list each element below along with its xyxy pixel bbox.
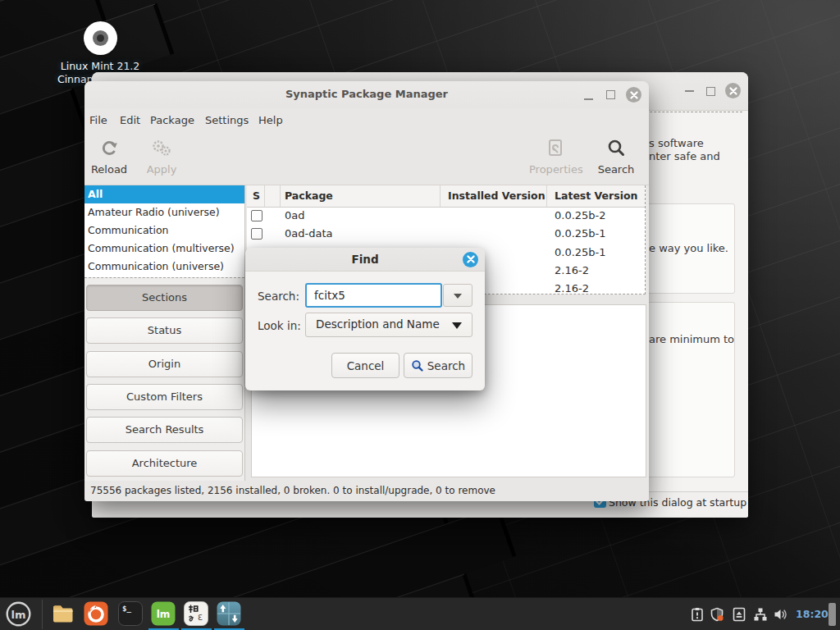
package-cell: 0ad: [285, 209, 305, 221]
sidebar-button-architecture[interactable]: Architecture: [86, 450, 243, 477]
folder-icon: [51, 601, 75, 626]
launcher-files[interactable]: [51, 601, 75, 626]
disc-hole: [97, 34, 104, 42]
synaptic-titlebar[interactable]: Synaptic Package Manager: [84, 81, 649, 108]
launcher-mint-store[interactable]: lm: [151, 601, 176, 626]
menu-help[interactable]: Help: [257, 112, 285, 129]
dialog-search-button[interactable]: Search: [404, 353, 472, 378]
search-icon: [590, 137, 642, 160]
properties-icon: [529, 137, 582, 160]
search-entry[interactable]: [305, 283, 442, 308]
synaptic-window-title: Synaptic Package Manager: [84, 88, 649, 100]
terminal-icon: $_: [118, 601, 143, 626]
toolbar-button-label: Apply: [135, 163, 188, 176]
synaptic-menubar: File Edit Package Settings Help: [84, 108, 649, 131]
search-input[interactable]: [307, 285, 441, 306]
welcome-text-fragment-3: e way you like.: [649, 242, 728, 255]
show-desktop-strip[interactable]: [829, 603, 836, 626]
menu-file[interactable]: File: [88, 112, 109, 129]
table-row[interactable]: 0ad-data 0.0.25b-1: [247, 225, 645, 243]
welcome-text-fragment-4: are minimum to: [649, 333, 734, 346]
look-in-combobox[interactable]: Description and Name: [305, 313, 472, 337]
tray-clipboard-icon[interactable]: [690, 607, 705, 622]
look-in-value: Description and Name: [316, 317, 440, 331]
latest-version-cell: 2.16-2: [555, 264, 589, 276]
welcome-minimize-button[interactable]: [685, 90, 694, 92]
synaptic-icon: [217, 601, 241, 626]
toolbar-properties-button[interactable]: Properties: [529, 137, 582, 176]
toolbar-button-label: Properties: [529, 163, 582, 176]
category-communication-multiverse[interactable]: Communication (multiverse): [84, 240, 244, 258]
mint-menu-button[interactable]: lm: [6, 601, 31, 627]
launcher-terminal[interactable]: $_: [118, 601, 143, 626]
column-header-package[interactable]: Package: [285, 185, 333, 207]
category-list-divider: [84, 277, 244, 278]
sidebar-button-status[interactable]: Status: [86, 317, 243, 344]
synaptic-close-button[interactable]: [626, 87, 641, 103]
toolbar-button-label: Search: [590, 163, 642, 176]
sidebar-button-origin[interactable]: Origin: [86, 351, 243, 377]
launcher-input-method[interactable]: Ɛ: [184, 601, 208, 626]
svg-text:$_: $_: [122, 605, 131, 613]
combo-arrow-icon: [452, 322, 462, 329]
search-history-dropdown[interactable]: [443, 284, 472, 307]
sidebar-button-sections[interactable]: Sections: [86, 285, 243, 311]
svg-text:Ɛ: Ɛ: [198, 613, 203, 622]
category-amateur-radio[interactable]: Amateur Radio (universe): [84, 203, 244, 221]
sidebar-button-custom-filters[interactable]: Custom Filters: [86, 384, 243, 410]
tray-shield-icon[interactable]: [710, 607, 724, 622]
statusbar: 75556 packages listed, 2156 installed, 0…: [84, 481, 649, 501]
welcome-text-fragment-2: nter safe and: [649, 150, 720, 163]
look-in-label: Look in:: [258, 319, 301, 332]
find-titlebar[interactable]: Find: [245, 248, 485, 272]
tray-network-icon[interactable]: [753, 607, 768, 622]
desktop: Linux Mint 21.2 Cinnamon 64-bit s softwa…: [0, 0, 840, 630]
welcome-maximize-button[interactable]: [706, 87, 715, 96]
category-all[interactable]: All: [84, 185, 244, 203]
column-divider: [264, 185, 265, 207]
search-icon: [411, 359, 424, 372]
category-communication[interactable]: Communication: [84, 221, 244, 240]
disc-icon: [84, 21, 117, 55]
column-header-latest-version[interactable]: Latest Version: [555, 185, 637, 207]
taskbar-separator: [42, 600, 43, 629]
menu-package[interactable]: Package: [148, 112, 196, 129]
toolbar-button-label: Reload: [83, 163, 135, 176]
column-header-s[interactable]: S: [253, 185, 260, 207]
taskbar: lm $_: [0, 597, 840, 630]
sidebar-button-search-results[interactable]: Search Results: [86, 417, 243, 443]
find-close-button[interactable]: [463, 252, 478, 267]
latest-version-cell: 0.0.25b-2: [555, 209, 606, 221]
column-divider: [440, 185, 441, 207]
welcome-close-button[interactable]: [725, 83, 741, 98]
find-dialog-title: Find: [245, 253, 485, 266]
menu-edit[interactable]: Edit: [118, 112, 142, 129]
toolbar-search-button[interactable]: Search: [590, 137, 642, 176]
launcher-synaptic[interactable]: [217, 601, 241, 626]
close-icon: [729, 87, 737, 95]
tray-volume-icon[interactable]: [773, 607, 788, 622]
row-checkbox[interactable]: [251, 210, 262, 221]
table-header: S Package Installed Version Latest Versi…: [247, 185, 645, 208]
apply-icon: [135, 137, 188, 160]
toolbar-apply-button[interactable]: Apply: [135, 137, 188, 176]
menu-settings[interactable]: Settings: [203, 112, 250, 129]
toolbar-reload-button[interactable]: Reload: [83, 137, 135, 176]
taskbar-clock[interactable]: 18:20: [796, 608, 829, 620]
tray-removable-media-icon[interactable]: [732, 607, 746, 622]
mint-logo-icon: lm: [6, 601, 31, 627]
latest-version-cell: 2.16-2: [555, 282, 589, 294]
synaptic-maximize-button[interactable]: [606, 90, 615, 99]
table-row[interactable]: 0ad 0.0.25b-2: [247, 207, 645, 225]
find-dialog: Find Search: Look in: Description and Na…: [245, 248, 485, 390]
synaptic-minimize-button[interactable]: [584, 98, 593, 100]
desktop-icon-label-line1: Linux Mint 21.2: [49, 60, 151, 73]
launcher-firefox[interactable]: [84, 601, 108, 626]
reload-icon: [83, 137, 135, 160]
cancel-button[interactable]: Cancel: [331, 353, 399, 378]
column-header-installed-version[interactable]: Installed Version: [448, 185, 546, 207]
category-communication-universe[interactable]: Communication (universe): [84, 258, 244, 276]
row-checkbox[interactable]: [251, 228, 262, 240]
synaptic-sidebar: All Amateur Radio (universe) Communicati…: [84, 185, 245, 481]
column-divider: [546, 185, 547, 207]
